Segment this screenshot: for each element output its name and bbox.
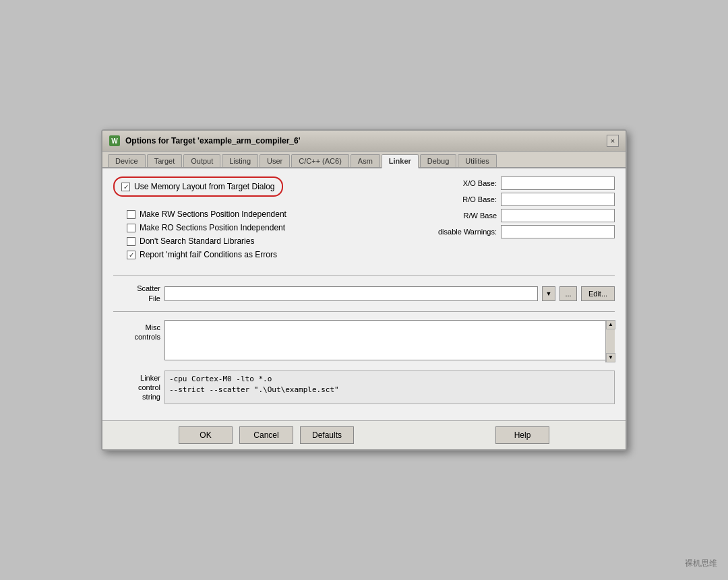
- ok-button[interactable]: OK: [179, 426, 233, 444]
- watermark: 裸机思维: [685, 558, 717, 569]
- dont-search-checkbox[interactable]: [127, 237, 135, 246]
- bottom-buttons: OK Cancel Defaults Help: [113, 426, 615, 444]
- make-rw-sections-row: Make RW Sections Position Independent: [120, 207, 413, 221]
- make-ro-sections-row: Make RO Sections Position Independent: [120, 221, 413, 234]
- misc-scrollbar[interactable]: ▲ ▼: [605, 320, 615, 362]
- use-memory-layout-label: Use Memory Layout from Target Dialog: [134, 182, 275, 191]
- scatter-file-label: ScatterFile: [113, 284, 160, 303]
- tab-device[interactable]: Device: [108, 154, 146, 167]
- title-bar-left: W Options for Target 'example_arm_compil…: [109, 135, 301, 146]
- bottom-bar: OK Cancel Defaults Help: [102, 420, 626, 449]
- close-button[interactable]: ×: [607, 135, 619, 147]
- misc-controls-textarea[interactable]: [164, 320, 615, 360]
- tab-cplusplus[interactable]: C/C++ (AC6): [291, 154, 349, 167]
- tab-listing[interactable]: Listing: [222, 154, 258, 167]
- ro-base-row: R/O Base:: [426, 193, 615, 206]
- linker-control-text: -cpu Cortex-M0 -lto *.o --strict --scatt…: [164, 370, 615, 404]
- scatter-browse-button[interactable]: ...: [559, 286, 577, 301]
- use-memory-layout-checkbox[interactable]: [121, 183, 130, 191]
- tab-utilities[interactable]: Utilities: [458, 154, 496, 167]
- dialog: W Options for Target 'example_arm_compil…: [101, 129, 627, 451]
- linker-control-label: Linkercontrolstring: [113, 370, 160, 402]
- rw-base-label: R/W Base: [426, 212, 497, 220]
- misc-controls-row: Misccontrols ▲ ▼: [113, 320, 615, 362]
- defaults-button[interactable]: Defaults: [300, 426, 354, 444]
- title-bar: W Options for Target 'example_arm_compil…: [102, 131, 626, 152]
- make-ro-sections-label: Make RO Sections Position Independent: [140, 223, 285, 232]
- cancel-button[interactable]: Cancel: [239, 426, 293, 444]
- xo-base-label: X/O Base:: [426, 179, 497, 187]
- make-ro-sections-checkbox[interactable]: [127, 224, 135, 232]
- left-options: Use Memory Layout from Target Dialog Mak…: [113, 176, 413, 261]
- tab-debug[interactable]: Debug: [420, 154, 456, 167]
- linker-line1: -cpu Cortex-M0 -lto *.o: [169, 374, 610, 385]
- tab-user[interactable]: User: [260, 154, 290, 167]
- scatter-file-row: ScatterFile ▼ ... Edit...: [113, 284, 615, 303]
- rw-base-input[interactable]: [501, 209, 615, 222]
- right-fields: X/O Base: R/O Base: R/W Base disable War…: [426, 176, 615, 261]
- ro-base-input[interactable]: [501, 193, 615, 206]
- divider-1: [113, 275, 615, 276]
- xo-base-input[interactable]: [501, 176, 615, 190]
- misc-controls-wrapper: ▲ ▼: [164, 320, 615, 362]
- rw-base-row: R/W Base: [426, 209, 615, 222]
- tab-asm[interactable]: Asm: [351, 154, 380, 167]
- app-icon: W: [109, 135, 120, 146]
- disable-warnings-label: disable Warnings:: [426, 228, 497, 236]
- make-rw-sections-checkbox[interactable]: [127, 210, 135, 219]
- tab-output[interactable]: Output: [183, 154, 220, 167]
- report-might-fail-label: Report 'might fail' Conditions as Errors: [140, 250, 277, 259]
- dont-search-row: Don't Search Standard Libraries: [120, 234, 413, 248]
- tab-target[interactable]: Target: [147, 154, 183, 167]
- linker-line2: --strict --scatter ".\Out\example.sct": [169, 385, 610, 396]
- report-might-fail-checkbox[interactable]: [127, 251, 135, 259]
- disable-warnings-input[interactable]: [501, 225, 615, 238]
- linker-control-row: Linkercontrolstring -cpu Cortex-M0 -lto …: [113, 370, 615, 404]
- make-rw-sections-label: Make RW Sections Position Independent: [140, 210, 286, 219]
- tab-linker[interactable]: Linker: [382, 154, 419, 168]
- dialog-content: Use Memory Layout from Target Dialog Mak…: [102, 168, 626, 420]
- help-button[interactable]: Help: [495, 426, 549, 444]
- dont-search-label: Don't Search Standard Libraries: [140, 236, 254, 246]
- tab-bar: Device Target Output Listing User C/C++ …: [102, 152, 626, 168]
- scatter-edit-button[interactable]: Edit...: [581, 286, 615, 301]
- scatter-file-input[interactable]: [164, 286, 538, 301]
- xo-base-row: X/O Base:: [426, 176, 615, 190]
- divider-2: [113, 311, 615, 312]
- use-memory-layout-row: Use Memory Layout from Target Dialog: [113, 176, 283, 197]
- report-might-fail-row: Report 'might fail' Conditions as Errors: [120, 248, 413, 261]
- scroll-down-arrow[interactable]: ▼: [606, 353, 615, 362]
- dialog-title: Options for Target 'example_arm_compiler…: [125, 136, 301, 146]
- ro-base-label: R/O Base:: [426, 195, 497, 203]
- disable-warnings-row: disable Warnings:: [426, 225, 615, 238]
- scatter-dropdown-button[interactable]: ▼: [542, 286, 555, 301]
- misc-controls-label: Misccontrols: [113, 320, 160, 342]
- top-section: Use Memory Layout from Target Dialog Mak…: [113, 176, 615, 261]
- scroll-up-arrow[interactable]: ▲: [606, 320, 615, 329]
